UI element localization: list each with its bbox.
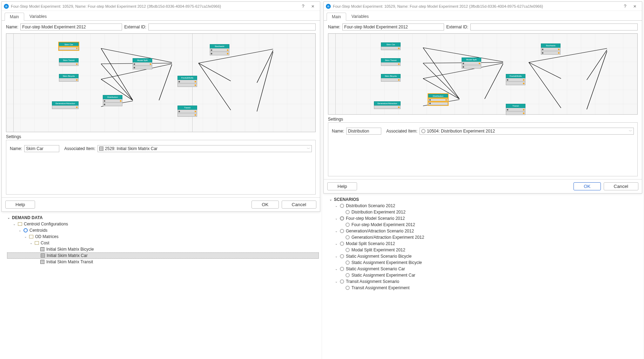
circle-icon [340, 216, 344, 221]
tree-experiment[interactable]: · Modal Split Experiment 2012 [329, 247, 641, 253]
tree-matrix-car[interactable]: · Initial Skim Matrix Car [7, 252, 319, 259]
circle-icon [346, 235, 350, 239]
node-frankwolfe[interactable]: Frank&Wolfe [177, 76, 197, 87]
matrix-icon [99, 147, 103, 151]
node-skim-car[interactable]: Skim Car [59, 42, 79, 50]
node-skim-car[interactable]: Skim Car [381, 42, 401, 50]
settings-label: Settings [2, 132, 320, 140]
node-transit[interactable]: Transit [506, 104, 525, 115]
chevron-down-icon[interactable]: ⌄ [335, 229, 338, 233]
name-label: Name: [328, 25, 340, 29]
node-skim-transit[interactable]: Skim Transit [381, 58, 401, 66]
circle-icon [340, 204, 344, 208]
node-stochastic[interactable]: Stochastic [210, 44, 229, 55]
chevron-down-icon[interactable]: ⌄ [335, 204, 338, 208]
node-skim-transit[interactable]: Skim Transit [59, 58, 79, 66]
graph-canvas[interactable]: Skim Car Skim Transit Skim Bicycle Gener… [328, 33, 638, 115]
node-transit[interactable]: Transit [177, 106, 197, 117]
node-generation[interactable]: Generation/Attraction [374, 101, 401, 109]
chevron-down-icon[interactable]: ⌄ [7, 216, 11, 219]
tree-od-matrices[interactable]: ⌄ OD Matrices [7, 233, 319, 240]
node-modal-split[interactable]: Modal Split [133, 58, 152, 69]
tab-variables[interactable]: Variables [346, 12, 374, 20]
tree-experiment[interactable]: · Generation/Attraction Experiment 2012 [329, 234, 641, 241]
associated-item-value: 2529: Initial Skim Matrix Car [105, 146, 157, 151]
external-id-input[interactable] [470, 23, 638, 31]
tree-scenario[interactable]: ⌄ Static Assignment Scenario Bicycle [329, 253, 641, 259]
close-icon[interactable]: × [630, 3, 640, 9]
tree-scenario[interactable]: ⌄ Distribution Scenario 2012 [329, 203, 641, 209]
tree-experiment[interactable]: · Static Assignment Experiment Bicycle [329, 259, 641, 266]
cancel-button[interactable]: Cancel [604, 182, 639, 190]
settings-name-input[interactable] [346, 128, 381, 135]
chevron-down-icon[interactable]: ⌄ [335, 242, 338, 245]
associated-item-combo[interactable]: 2529: Initial Skim Matrix Car ﹀ [98, 145, 312, 152]
tree-scenario[interactable]: ⌄ Modal Split Scenario 2012 [329, 241, 641, 247]
folder-icon [35, 241, 39, 245]
help-button[interactable]: Help [5, 201, 35, 209]
tab-main[interactable]: Main [327, 13, 346, 21]
tree-experiment[interactable]: · Static Assignment Experiment Car [329, 272, 641, 278]
name-input[interactable] [342, 23, 444, 31]
tree-experiment[interactable]: · Four-step Model Experiment 2012 [329, 222, 641, 228]
circle-icon [421, 129, 425, 133]
svg-line-20 [485, 64, 503, 99]
chevron-down-icon[interactable]: ⌄ [335, 255, 338, 258]
settings-name-label: Name: [332, 129, 344, 134]
node-distribution[interactable]: Distribution [103, 95, 122, 106]
circle-icon [340, 254, 344, 258]
tree-scenario[interactable]: ⌄ Four-step Model Scenario 2012 [329, 215, 641, 222]
chevron-down-icon[interactable]: ⌄ [329, 198, 333, 201]
node-stochastic[interactable]: Stochastic [541, 43, 561, 55]
titlebar[interactable]: n Four-Step Model Experiment: 10529, Nam… [2, 2, 320, 11]
associated-item-combo[interactable]: 10504: Distribution Experiment 2012 ﹀ [420, 128, 634, 135]
port-skim-out[interactable] [76, 48, 78, 49]
tree-header-scenarios[interactable]: ⌄ SCENARIOS [329, 196, 641, 203]
node-generation[interactable]: Generation/Attraction [52, 101, 79, 109]
tree-scenario[interactable]: ⌄ Transit Assignment Scenario [329, 278, 641, 285]
tree-header-demand-data[interactable]: ⌄ DEMAND DATA [7, 215, 319, 221]
svg-line-8 [199, 63, 231, 81]
svg-line-21 [529, 62, 561, 79]
node-modal-split[interactable]: Modal Split [462, 57, 481, 69]
node-frankwolfe[interactable]: Frank&Wolfe [506, 74, 525, 85]
help-icon[interactable]: ? [620, 4, 630, 9]
external-id-label: External ID: [446, 25, 468, 29]
tab-main[interactable]: Main [5, 13, 24, 21]
node-distribution[interactable]: Distribution [428, 94, 448, 105]
tree-matrix-bicycle[interactable]: · Initial Skim Matrix Bicycle [7, 246, 319, 252]
circle-icon [346, 248, 350, 252]
graph-canvas[interactable]: Skim Car Skim Transit Skim Bicycle Gener… [6, 33, 316, 132]
tree-centroid-configurations[interactable]: ⌄ Centroid Configurations [7, 221, 319, 227]
tree-cost[interactable]: ⌄ Cost [7, 240, 319, 246]
graph-wires [6, 34, 315, 132]
chevron-down-icon[interactable]: ⌄ [335, 280, 338, 283]
help-button[interactable]: Help [327, 182, 357, 190]
tree-scenario[interactable]: ⌄ Static Assignment Scenario Car [329, 266, 641, 272]
external-id-input[interactable] [148, 23, 316, 31]
close-icon[interactable]: × [308, 3, 318, 9]
tab-variables[interactable]: Variables [24, 12, 52, 20]
chevron-down-icon[interactable]: ⌄ [335, 217, 338, 220]
dialog-left: n Four-Step Model Experiment: 10529, Nam… [1, 1, 320, 212]
node-skim-bicycle[interactable]: Skim Bicycle [381, 74, 401, 82]
name-input[interactable] [20, 23, 122, 31]
settings-name-input[interactable] [24, 145, 59, 152]
tree-experiment[interactable]: · Distribution Experiment 2012 [329, 209, 641, 215]
chevron-down-icon[interactable]: ⌄ [335, 267, 338, 271]
window-title: Four-Step Model Experiment: 10529, Name:… [333, 4, 620, 8]
settings-panel: Name: Associated Item: 2529: Initial Ski… [6, 140, 316, 195]
ok-button[interactable]: OK [251, 201, 279, 209]
tree-centroids[interactable]: ⌄ Centroids [7, 227, 319, 233]
node-skim-bicycle[interactable]: Skim Bicycle [59, 74, 79, 82]
tree-right: ⌄ SCENARIOS ⌄ Distribution Scenario 2012… [322, 195, 644, 298]
associated-item-label: Associated Item: [386, 129, 417, 134]
titlebar[interactable]: n Four-Step Model Experiment: 10529, Nam… [324, 2, 642, 11]
tree-experiment[interactable]: · Transit Assignment Experiment [329, 285, 641, 291]
tree-matrix-transit[interactable]: · Initial Skim Matrix Transit [7, 259, 319, 265]
ok-button[interactable]: OK [573, 182, 601, 190]
help-icon[interactable]: ? [298, 4, 308, 9]
svg-line-16 [423, 48, 459, 99]
tree-scenario[interactable]: ⌄ Generation/Attraction Scenario 2012 [329, 228, 641, 234]
cancel-button[interactable]: Cancel [282, 201, 317, 209]
